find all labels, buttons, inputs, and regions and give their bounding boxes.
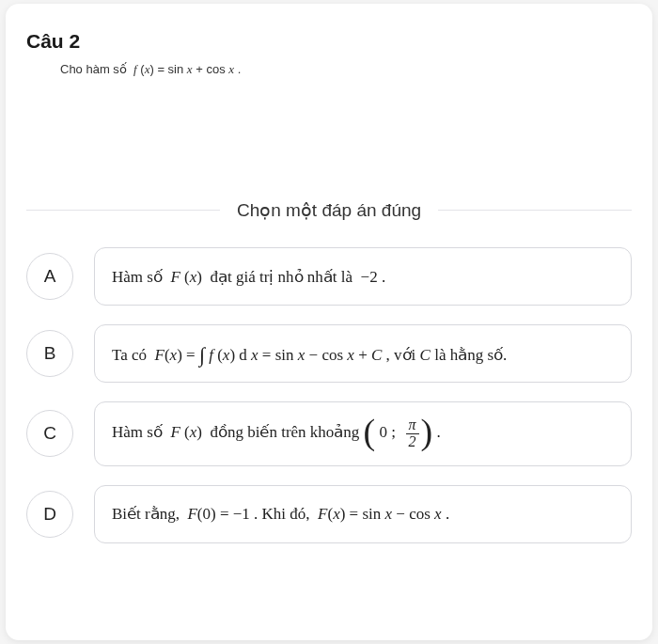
prompt-text: Chọn một đáp án đúng <box>220 199 438 221</box>
frac-den: 2 <box>406 434 419 450</box>
question-stem: Cho hàm số f (x) = sin x + cos x . <box>60 62 241 76</box>
question-text: Cho hàm số f (x) = sin x + cos x . <box>26 62 632 77</box>
prompt-row: Chọn một đáp án đúng <box>26 199 632 221</box>
opt-a-pre: Hàm số <box>112 268 170 286</box>
interval-a: 0 <box>380 423 388 441</box>
opt-c-post: đồng biến trên khoảng <box>202 423 359 441</box>
opt-c-pre: Hàm số <box>112 423 170 441</box>
fraction: π2 <box>406 417 419 450</box>
option-letter-d: D <box>26 491 73 538</box>
option-answer-d: Biết rằng, F(0) = −1 . Khi đó, F(x) = si… <box>94 485 632 543</box>
option-letter-a: A <box>26 253 73 300</box>
option-letter-c: C <box>26 410 73 457</box>
option-a[interactable]: A Hàm số F (x) đạt giá trị nhỏ nhất là −… <box>26 247 632 306</box>
option-c[interactable]: C Hàm số F (x) đồng biến trên khoảng ( 0… <box>26 401 632 466</box>
option-answer-a: Hàm số F (x) đạt giá trị nhỏ nhất là −2 … <box>94 247 632 306</box>
option-answer-b: Ta có F(x) = ∫ f (x) d x = sin x − cos x… <box>94 324 632 383</box>
option-answer-c: Hàm số F (x) đồng biến trên khoảng ( 0 ;… <box>94 401 632 466</box>
option-b[interactable]: B Ta có F(x) = ∫ f (x) d x = sin x − cos… <box>26 324 632 383</box>
divider-left <box>26 210 220 211</box>
option-d[interactable]: D Biết rằng, F(0) = −1 . Khi đó, F(x) = … <box>26 485 632 543</box>
frac-num: π <box>406 417 419 434</box>
opt-a-post: đạt giá trị nhỏ nhất là −2 . <box>202 268 385 286</box>
question-card: Câu 2 Cho hàm số f (x) = sin x + cos x .… <box>6 4 652 640</box>
divider-right <box>438 210 632 211</box>
option-letter-b: B <box>26 330 73 377</box>
question-number: Câu 2 <box>26 30 632 53</box>
